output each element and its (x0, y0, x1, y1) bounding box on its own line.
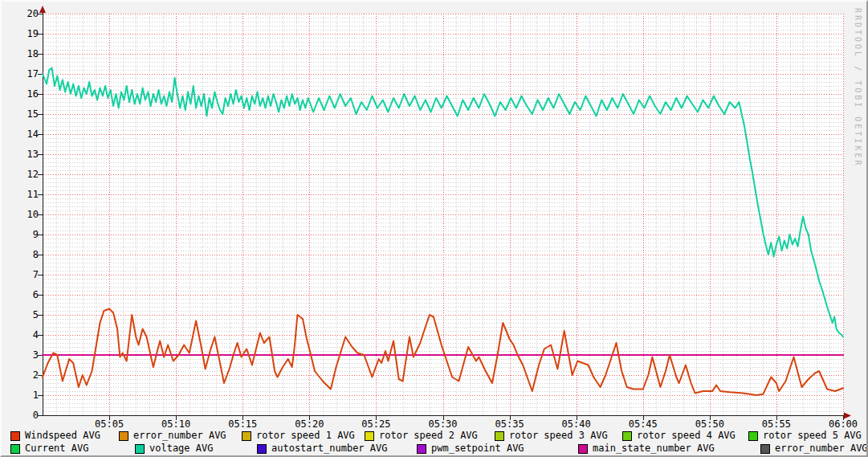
y-tick-label: 1 (8, 390, 39, 401)
y-tick-label: 20 (8, 8, 39, 19)
legend-swatch-error-number-avg (760, 444, 770, 454)
y-tick-label: 7 (8, 269, 39, 280)
legend-label-error-number-avg: error_number AVG (775, 443, 868, 454)
x-tick-label: 05:55 (752, 418, 801, 430)
legend-label-main-state-number-avg: main_state_number AVG (593, 443, 715, 454)
legend-label-rotor-speed-2-avg: rotor speed 2 AVG (379, 430, 478, 441)
rrd-graph: 01234567891011121314151617181920 05:0505… (0, 0, 868, 457)
x-tick-label: 05:40 (552, 418, 601, 430)
axis-arrow (39, 6, 46, 13)
x-tick-label: 05:20 (285, 418, 333, 430)
x-tick-label: 05:45 (619, 418, 667, 430)
x-tick-label: 05:50 (686, 418, 734, 430)
legend-swatch-voltage-avg (135, 444, 145, 454)
legend-label-windspeed-avg: Windspeed AVG (25, 430, 100, 441)
legend-label-error-number-avg: error_number AVG (133, 430, 226, 441)
legend-label-rotor-speed-5-avg: rotor speed 5 AVG (763, 430, 862, 441)
y-tick-label: 5 (8, 309, 39, 320)
legend-label-rotor-speed-4-avg: rotor speed 4 AVG (637, 430, 736, 441)
legend-swatch-rotor-speed-2-avg (365, 431, 374, 441)
x-tick-label: 05:05 (85, 418, 133, 430)
legend-swatch-current-avg (10, 444, 20, 454)
legend-label-pwm-setpoint-avg: pwm_setpoint AVG (431, 443, 524, 454)
legend-label-current-avg: Current AVG (25, 443, 88, 454)
legend-swatch-autostart-number-avg (257, 444, 267, 454)
legend-swatch-error-number-avg (119, 431, 128, 441)
legend-label-rotor-speed-3-avg: rotor speed 3 AVG (509, 430, 608, 441)
watermark-text: RRDTOOL / TOBI OETIKER (854, 8, 862, 442)
legend-swatch-rotor-speed-3-avg (495, 431, 504, 441)
y-tick-label: 2 (8, 369, 39, 381)
legend-swatch-windspeed-avg (10, 431, 20, 441)
y-tick-label: 19 (8, 28, 39, 39)
y-tick-label: 8 (8, 249, 39, 260)
x-tick-label: 05:15 (218, 418, 267, 430)
y-tick-label: 0 (8, 410, 39, 421)
legend-label-autostart-number-avg: autostart_number AVG (271, 443, 388, 454)
legend-swatch-main-state-number-avg (578, 444, 588, 454)
y-tick-label: 11 (8, 189, 39, 200)
y-tick-label: 12 (8, 169, 39, 180)
legend-swatch-rotor-speed-5-avg (748, 431, 758, 441)
x-tick-label: 05:30 (419, 418, 467, 430)
plot-svg (2, 2, 868, 457)
x-tick-label: 05:25 (352, 418, 400, 430)
x-tick-label: 05:35 (486, 418, 534, 430)
legend-swatch-rotor-speed-4-avg (622, 431, 632, 441)
legend-label-rotor-speed-1-avg: rotor speed 1 AVG (256, 430, 355, 441)
y-tick-label: 15 (8, 108, 39, 120)
y-tick-label: 18 (8, 48, 39, 59)
y-tick-label: 14 (8, 129, 39, 140)
series-line-windspeed-avg (43, 309, 843, 396)
y-tick-label: 10 (8, 209, 39, 220)
legend-swatch-pwm-setpoint-avg (417, 444, 426, 454)
y-tick-label: 3 (8, 349, 39, 361)
y-tick-label: 9 (8, 229, 39, 240)
y-tick-label: 16 (8, 88, 39, 100)
y-tick-label: 17 (8, 68, 39, 80)
legend-label-voltage-avg: voltage AVG (149, 443, 213, 454)
x-tick-label: 05:10 (152, 418, 200, 430)
legend-swatch-rotor-speed-1-avg (242, 431, 251, 441)
y-tick-label: 6 (8, 289, 39, 300)
y-tick-label: 13 (8, 149, 39, 160)
y-tick-label: 4 (8, 329, 39, 341)
